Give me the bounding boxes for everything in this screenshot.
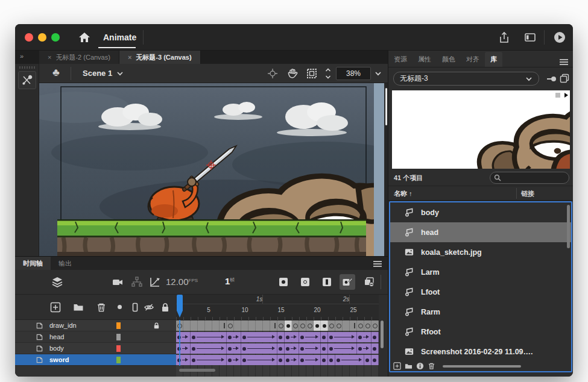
zoom-level-input[interactable]: 38%	[336, 67, 371, 80]
tab-properties[interactable]: 属性	[413, 52, 437, 67]
tween-span[interactable]	[176, 355, 191, 365]
frame-row-sword[interactable]	[176, 354, 379, 366]
library-menu-icon[interactable]	[560, 59, 568, 65]
tween-span[interactable]	[191, 332, 227, 342]
layers-icon[interactable]	[51, 276, 63, 288]
frames-horizontal-scrollbar[interactable]	[179, 369, 215, 372]
edit-toolbar-button[interactable]	[18, 71, 36, 89]
close-tab-icon[interactable]: ×	[48, 54, 51, 61]
doc-tab-untitled-3[interactable]: × 无标题-3 (Canvas)	[119, 51, 201, 64]
current-frame-display[interactable]: 1帧	[225, 276, 235, 286]
frame-cell[interactable]	[198, 321, 205, 331]
library-vertical-scrollbar[interactable]	[567, 205, 570, 248]
layer-color-swatch[interactable]	[116, 322, 121, 329]
preview-scroll-arrow-icon[interactable]	[564, 93, 568, 98]
tab-assets[interactable]: 资源	[388, 52, 413, 67]
tween-span[interactable]	[241, 332, 277, 342]
pin-library-icon[interactable]	[546, 75, 557, 83]
frame-row-body[interactable]	[176, 343, 379, 354]
frame-cell[interactable]	[343, 321, 350, 331]
tween-span[interactable]	[227, 355, 241, 365]
frame-cell[interactable]	[321, 321, 328, 331]
tween-span[interactable]	[227, 332, 241, 342]
tween-span[interactable]	[299, 332, 321, 342]
frame-cell[interactable]	[248, 321, 256, 331]
column-divider[interactable]	[516, 188, 517, 199]
library-item-7[interactable]: Rfoot	[390, 322, 571, 342]
new-folder-button[interactable]	[405, 362, 413, 370]
frame-cell[interactable]	[350, 321, 357, 331]
tween-span[interactable]	[371, 343, 379, 354]
tween-span[interactable]	[285, 355, 299, 365]
center-stage-icon[interactable]	[267, 68, 278, 79]
column-linkage[interactable]: 链接	[521, 189, 534, 198]
play-test-icon[interactable]	[553, 31, 566, 44]
fps-display[interactable]: 12.00FPS	[166, 277, 198, 287]
library-search[interactable]	[490, 172, 569, 184]
playhead[interactable]	[176, 295, 183, 320]
share-icon[interactable]	[498, 31, 511, 44]
frame-cell[interactable]	[364, 321, 371, 331]
tween-span[interactable]	[191, 343, 227, 354]
tween-span[interactable]	[357, 343, 371, 354]
zoom-chevron-down-icon[interactable]	[375, 70, 382, 77]
tween-span[interactable]	[299, 355, 321, 365]
frame-cell[interactable]	[212, 321, 220, 331]
tween-span[interactable]	[335, 355, 364, 365]
layer-color-swatch[interactable]	[116, 334, 121, 340]
clip-content-icon[interactable]	[306, 68, 317, 79]
item-properties-button[interactable]	[416, 362, 424, 370]
library-item-5[interactable]: Lfoot	[390, 282, 571, 302]
tween-span[interactable]	[371, 355, 379, 365]
frame-cell[interactable]	[205, 321, 212, 331]
timeline-ruler[interactable]: 1s2s 510152025	[176, 295, 379, 320]
preview-resize-icon[interactable]	[555, 93, 560, 98]
library-item-3[interactable]: koala_sketch.jpg	[390, 242, 571, 262]
tween-span[interactable]	[285, 332, 299, 342]
tween-span[interactable]	[371, 332, 379, 342]
frame-row-head[interactable]	[176, 331, 379, 343]
layer-row-sword[interactable]: sword	[15, 354, 176, 366]
close-tab-icon[interactable]: ×	[128, 54, 131, 61]
library-item-1[interactable]: body	[390, 202, 571, 222]
layer-color-swatch[interactable]	[116, 357, 121, 363]
library-item-6[interactable]: Rarm	[390, 302, 571, 322]
tween-span[interactable]	[277, 343, 285, 354]
close-window-button[interactable]	[25, 33, 33, 42]
scene-name[interactable]: Scene 1	[83, 69, 112, 78]
tween-span[interactable]	[176, 332, 191, 342]
library-item-4[interactable]: Larm	[390, 262, 571, 282]
frame-cell[interactable]	[357, 321, 364, 331]
layer-row-body[interactable]: body	[15, 343, 176, 354]
frame-cell[interactable]	[277, 321, 285, 331]
frame-cell[interactable]	[191, 321, 198, 331]
minimize-window-button[interactable]	[38, 33, 46, 42]
frame-cell[interactable]	[241, 321, 248, 331]
tween-span[interactable]	[328, 332, 357, 342]
new-folder-button[interactable]	[73, 302, 84, 313]
tween-span[interactable]	[321, 332, 328, 342]
insert-blank-keyframe-button[interactable]	[297, 274, 313, 290]
layer-row-draw_idn[interactable]: draw_idn	[15, 320, 176, 331]
tween-span[interactable]	[364, 355, 371, 365]
tween-span[interactable]	[227, 343, 241, 354]
new-symbol-button[interactable]	[393, 362, 401, 370]
frame-cell[interactable]	[371, 321, 379, 331]
panel-collapse-chevrons-icon[interactable]: »	[15, 51, 39, 64]
delete-layer-button[interactable]	[96, 302, 107, 313]
insert-keyframe-button[interactable]	[276, 274, 291, 290]
frames-grid[interactable]	[176, 320, 379, 377]
tween-span[interactable]	[299, 343, 321, 354]
frame-cell[interactable]	[335, 321, 343, 331]
edit-symbols-icon[interactable]: ♣	[52, 66, 60, 79]
frame-cell[interactable]	[328, 321, 335, 331]
delete-item-button[interactable]	[428, 362, 435, 370]
tab-align[interactable]: 对齐	[461, 52, 485, 67]
insert-frame-button[interactable]	[319, 274, 335, 290]
layer-row-head[interactable]: head	[15, 331, 176, 343]
scene-chevron-down-icon[interactable]	[116, 70, 124, 77]
hide-all-layers-icon[interactable]	[144, 302, 154, 313]
frame-cell[interactable]	[270, 321, 277, 331]
tab-output[interactable]: 输出	[51, 257, 80, 270]
stage-canvas[interactable]	[39, 83, 374, 256]
